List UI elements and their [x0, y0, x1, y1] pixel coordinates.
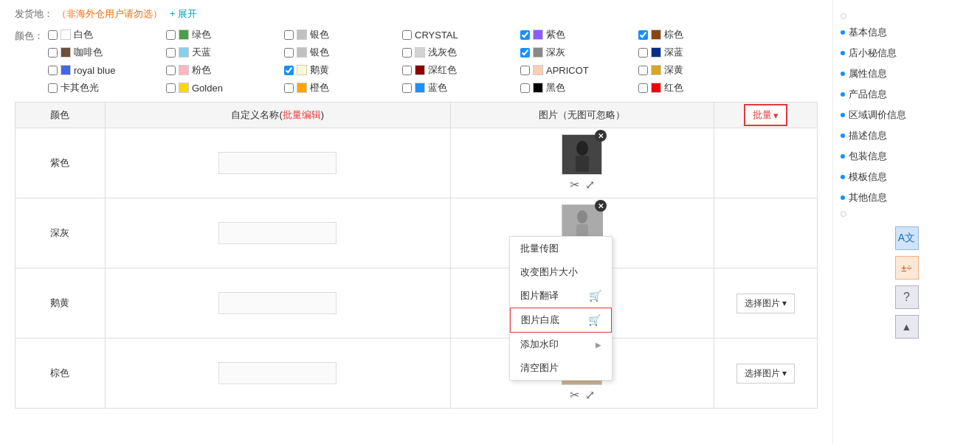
image-expand-icon-brown[interactable]: ⤢: [585, 388, 595, 402]
color-item-brown[interactable]: 棕色: [638, 28, 756, 41]
row-select-btn-brown[interactable]: 选择图片 ▾: [714, 339, 818, 409]
color-item-royalblue[interactable]: royal blue: [48, 63, 166, 77]
dropdown-item-clear[interactable]: 清空图片: [510, 356, 612, 380]
color-name-darkyellow: 深黄: [664, 63, 683, 77]
color-checkbox-pink[interactable]: [166, 66, 176, 75]
dropdown-item-resize[interactable]: 改变图片大小: [510, 260, 612, 284]
image-edit-icon-brown[interactable]: ✂: [570, 388, 579, 402]
color-item-darkgray[interactable]: 深灰: [520, 46, 638, 59]
custom-name-input-darkgray[interactable]: [218, 222, 337, 244]
color-item-pink[interactable]: 粉色: [166, 63, 284, 77]
color-checkbox-royalblue[interactable]: [48, 66, 58, 75]
color-checkbox-darkblue[interactable]: [638, 48, 648, 58]
custom-name-input-purple[interactable]: [218, 152, 337, 174]
ship-expand-btn[interactable]: + 展开: [170, 7, 197, 21]
batch-button[interactable]: 批量 ▾: [744, 104, 787, 126]
color-checkbox-red[interactable]: [638, 83, 648, 93]
color-item-darkblue[interactable]: 深蓝: [638, 46, 756, 59]
color-checkbox-darkred[interactable]: [402, 66, 412, 75]
color-checkbox-crystal[interactable]: [402, 30, 412, 40]
color-item-lightgray[interactable]: 浅灰色: [402, 46, 520, 59]
color-checkbox-silver2[interactable]: [284, 48, 294, 58]
color-item-orange[interactable]: 橙色: [284, 81, 402, 94]
color-name-apricot: APRICOT: [546, 65, 589, 76]
color-checkbox-silver[interactable]: [284, 30, 294, 40]
dropdown-item-white-bg[interactable]: 图片白底 🛒: [510, 308, 612, 333]
color-checkbox-purple[interactable]: [520, 30, 530, 40]
select-image-button-brown[interactable]: 选择图片 ▾: [736, 364, 795, 384]
color-checkbox-orange[interactable]: [284, 83, 294, 93]
color-checkbox-green[interactable]: [166, 30, 176, 40]
sidebar-item-template[interactable]: 模板信息: [841, 167, 973, 187]
color-item-silver[interactable]: 银色: [284, 28, 402, 41]
color-item-gooseyellow[interactable]: 鹅黄: [284, 63, 402, 77]
color-item-blue[interactable]: 蓝色: [402, 81, 520, 94]
row-input-darkgray[interactable]: [105, 198, 450, 268]
sku-table: 颜色 自定义名称(批量编辑) 图片（无图可忽略） 批量 ▾: [15, 102, 818, 409]
image-edit-icon-purple[interactable]: ✂: [570, 178, 579, 192]
scroll-top-btn[interactable]: ▲: [895, 315, 919, 339]
image-close-darkgray[interactable]: ✕: [595, 200, 607, 212]
th-image: 图片（无图可忽略）: [450, 103, 714, 128]
color-item-apricot[interactable]: APRICOT: [520, 63, 638, 77]
row-input-gooseyellow[interactable]: [105, 268, 450, 339]
color-swatch-darkblue: [651, 47, 661, 58]
color-checkbox-darkgray[interactable]: [520, 48, 530, 58]
color-item-coffee[interactable]: 咖啡色: [48, 46, 166, 59]
row-select-btn-darkgray[interactable]: [714, 198, 818, 268]
color-item-white[interactable]: 白色: [48, 28, 166, 41]
help-icon-btn[interactable]: ?: [895, 285, 919, 309]
row-select-btn-purple[interactable]: [714, 128, 818, 198]
color-swatch-lightgray: [415, 47, 425, 58]
color-item-silver2[interactable]: 银色: [284, 46, 402, 59]
translate-icon-btn[interactable]: A文: [895, 226, 919, 250]
custom-name-input-brown[interactable]: [218, 362, 337, 384]
color-checkbox-lightgray[interactable]: [402, 48, 412, 58]
sidebar-item-other[interactable]: 其他信息: [841, 188, 973, 207]
color-item-darkred[interactable]: 深红色: [402, 63, 520, 77]
color-item-purple[interactable]: 紫色: [520, 28, 638, 41]
dropdown-item-batch-upload[interactable]: 批量传图: [510, 237, 612, 260]
color-item-black[interactable]: 黑色: [520, 81, 638, 94]
color-checkbox-gooseyellow[interactable]: [284, 66, 294, 75]
row-input-brown[interactable]: [105, 339, 450, 409]
color-item-green[interactable]: 绿色: [166, 28, 284, 41]
sidebar-item-package[interactable]: 包装信息: [841, 147, 973, 166]
color-item-skyblue[interactable]: 天蓝: [166, 46, 284, 59]
dropdown-item-translate[interactable]: 图片翻译 🛒: [510, 284, 612, 308]
color-checkbox-skyblue[interactable]: [166, 48, 176, 58]
color-checkbox-blue[interactable]: [402, 83, 412, 93]
color-checkbox-darkyellow[interactable]: [638, 66, 648, 75]
dropdown-item-watermark[interactable]: 添加水印 ▶: [510, 333, 612, 356]
row-input-purple[interactable]: [105, 128, 450, 198]
row-select-btn-gooseyellow[interactable]: 选择图片 ▾: [714, 268, 818, 339]
color-checkbox-brown[interactable]: [638, 30, 648, 40]
image-close-purple[interactable]: ✕: [595, 130, 607, 142]
sidebar-item-product[interactable]: 产品信息: [841, 85, 973, 104]
sidebar-item-region[interactable]: 区域调价信息: [841, 105, 973, 125]
color-item-crystal[interactable]: CRYSTAL: [402, 28, 520, 41]
custom-name-input-gooseyellow[interactable]: [218, 292, 337, 314]
select-image-button-gooseyellow[interactable]: 选择图片 ▾: [736, 294, 795, 313]
color-checkbox-golden[interactable]: [166, 83, 176, 93]
image-expand-icon-purple[interactable]: ⤢: [585, 178, 595, 192]
sidebar-item-desc[interactable]: 描述信息: [841, 126, 973, 145]
row-color-purple: 紫色: [15, 128, 106, 198]
color-item-red[interactable]: 红色: [638, 81, 756, 94]
color-checkbox-coffee[interactable]: [48, 48, 58, 58]
calculate-icon-btn[interactable]: ±÷: [895, 256, 919, 280]
translate-icon: A文: [898, 232, 915, 245]
sidebar-item-basic[interactable]: 基本信息: [841, 23, 973, 42]
color-checkbox-black[interactable]: [520, 83, 530, 93]
color-checkbox-apricot[interactable]: [520, 66, 530, 75]
nav-label-desc: 描述信息: [849, 129, 887, 142]
sidebar-item-shop[interactable]: 店小秘信息: [841, 44, 973, 63]
batch-edit-link[interactable]: 批量编辑: [283, 109, 321, 120]
color-item-kachi[interactable]: 卡其色光: [48, 81, 166, 94]
color-checkbox-kachi[interactable]: [48, 83, 58, 93]
color-item-darkyellow[interactable]: 深黄: [638, 63, 756, 77]
sidebar-item-attr[interactable]: 属性信息: [841, 64, 973, 83]
nav-label-region: 区域调价信息: [849, 108, 906, 122]
color-checkbox-white[interactable]: [48, 30, 58, 40]
color-item-golden[interactable]: Golden: [166, 81, 284, 94]
